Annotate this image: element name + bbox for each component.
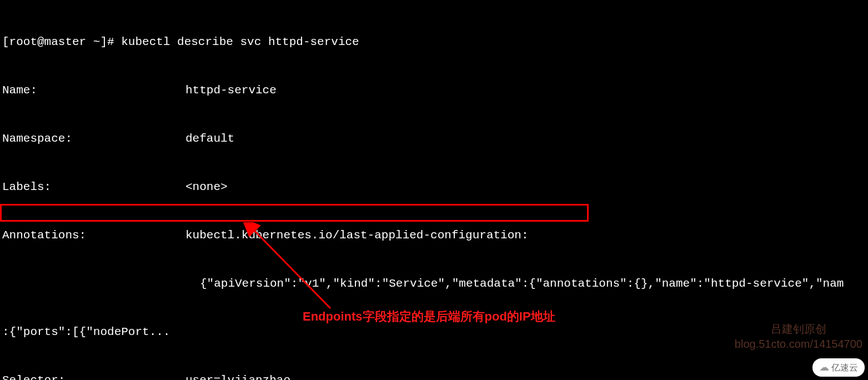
output-row-namespace: Namespace:default xyxy=(2,131,866,147)
output-row-annotations: Annotations:kubectl.kubernetes.io/last-a… xyxy=(2,228,866,244)
annotation-text: Endpoints字段指定的是后端所有pod的IP地址 xyxy=(303,308,555,325)
field-value: {"apiVersion":"v1","kind":"Service","met… xyxy=(185,277,844,290)
field-label: Labels: xyxy=(2,179,185,196)
logo-badge: ☁ 亿速云 xyxy=(812,358,865,377)
field-label: Annotations: xyxy=(2,228,185,244)
cloud-icon: ☁ xyxy=(819,361,829,374)
field-value: user=lvjianzhao xyxy=(185,374,290,381)
command-line: [root@master ~]# kubectl describe svc ht… xyxy=(2,34,866,51)
logo-text: 亿速云 xyxy=(831,362,858,374)
output-row-selector: Selector:user=lvjianzhao xyxy=(2,373,866,381)
field-value: default xyxy=(185,132,234,145)
field-label: Selector: xyxy=(2,373,185,381)
field-value: httpd-service xyxy=(185,84,277,97)
watermark: 吕建钊原创 blog.51cto.com/14154700 xyxy=(735,322,862,352)
field-value: kubectl.kubernetes.io/last-applied-confi… xyxy=(185,229,529,242)
field-label: Name: xyxy=(2,83,185,99)
output-row-annotations-cont: {"apiVersion":"v1","kind":"Service","met… xyxy=(2,276,866,292)
shell-prompt: [root@master ~]# xyxy=(2,36,121,48)
field-value: :{"ports":[{"nodePort... xyxy=(2,326,170,338)
output-row-name: Name:httpd-service xyxy=(2,83,866,99)
command-text: kubectl describe svc httpd-service xyxy=(121,36,359,48)
field-value: <none> xyxy=(185,181,228,193)
field-label: Namespace: xyxy=(2,131,185,147)
watermark-line1: 吕建钊原创 xyxy=(735,322,862,337)
output-row-labels: Labels:<none> xyxy=(2,179,866,196)
watermark-line2: blog.51cto.com/14154700 xyxy=(735,337,862,352)
